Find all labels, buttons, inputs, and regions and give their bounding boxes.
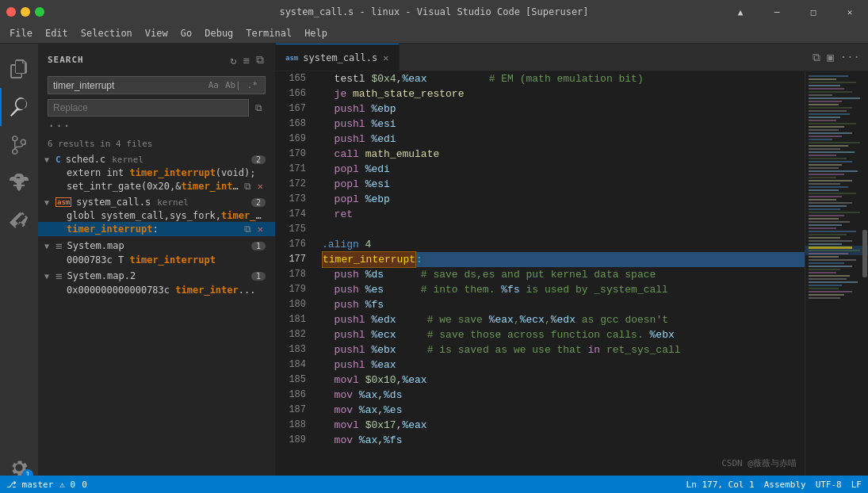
minimize-button[interactable]: ─ [759,0,795,24]
file-group-systemmap2: ▼ ≡ System.map.2 1 0x000000000000783c ti… [38,268,275,296]
svg-rect-61 [809,262,844,264]
replace-input-wrap[interactable] [48,99,249,117]
tab-close-button[interactable]: ✕ [382,52,389,64]
activity-extensions[interactable] [0,202,38,240]
activity-explorer[interactable] [0,50,38,88]
encoding[interactable]: UTF-8 [816,480,842,490]
search-input[interactable] [53,80,206,91]
menu-help[interactable]: Help [298,24,334,44]
menubar: File Edit Selection View Go Debug Termin… [0,24,868,44]
replace-match-icon[interactable]: ⧉ [242,180,254,193]
file-header-systemcalls[interactable]: ▼ asm system_call.s kernel 2 [38,195,275,209]
max-traffic[interactable] [35,7,44,17]
svg-rect-71 [809,294,844,296]
close-traffic[interactable] [6,7,16,17]
file-header-systemmap[interactable]: ▼ ≡ System.map 1 [38,238,275,254]
match-text: globl system_call,sys_fork,timer_interru… [67,210,266,221]
match-item[interactable]: 0x000000000000783c timer_inter... [38,284,275,296]
toggle-sidebar-button[interactable]: ▣ [825,49,835,65]
match-case-button[interactable]: Aa [206,79,221,91]
svg-rect-33 [809,174,844,175]
more-actions-button[interactable]: ··· [839,49,862,65]
error-count[interactable]: ⚠ 0 [59,480,75,490]
file-header-systemmap2[interactable]: ▼ ≡ System.map.2 1 [38,268,275,284]
sidebar-header: SEARCH ↻ ≡ ⧉ [38,44,275,73]
svg-rect-70 [809,291,852,292]
language-mode[interactable]: Assembly [764,480,806,490]
menu-edit[interactable]: Edit [39,24,75,44]
menu-file[interactable]: File [3,24,39,44]
menu-terminal[interactable]: Terminal [239,24,298,44]
more-options-button[interactable]: ··· [38,120,275,136]
match-item[interactable]: extern int timer_interrupt(void); [38,166,275,179]
split-editor-button[interactable]: ⧉ [811,49,822,66]
svg-rect-60 [809,259,856,261]
line-number: 185 [276,373,306,388]
dismiss-match-icon[interactable]: ✕ [255,223,266,235]
line-numbers: 165 166 167 168 169 170 171 172 173 174 … [276,71,315,493]
code-line: pushl %eax [322,357,805,373]
svg-rect-26 [809,151,855,153]
activity-search[interactable] [0,88,38,126]
code-line: mov %ax,%ds [322,388,805,403]
match-item[interactable]: set_intr_gate(0x20,&timer_interru... ⧉ ✕ [38,179,275,193]
svg-rect-48 [809,221,850,223]
git-branch[interactable]: ⎇ master [6,480,53,490]
match-item-active[interactable]: timer_interrupt: ⧉ ✕ [38,222,275,236]
replace-all-button[interactable]: ⧉ [252,101,266,115]
maximize-button[interactable]: □ [795,0,832,24]
restore-button[interactable]: ▲ [722,0,759,24]
menu-go[interactable]: Go [174,24,198,44]
code-line: pushl %ebx # is saved as we use that in … [322,342,805,357]
menu-view[interactable]: View [139,24,174,44]
match-count-badge: 1 [251,242,266,250]
dismiss-match-icon[interactable]: ✕ [255,180,266,193]
line-number: 175 [276,222,306,237]
match-actions: ⧉ ✕ [242,180,266,193]
activity-scm[interactable] [0,126,38,164]
activity-debug[interactable] [0,164,38,202]
line-number: 166 [276,86,306,101]
refresh-button[interactable]: ↻ [228,52,238,68]
min-traffic[interactable] [21,7,30,17]
active-tab[interactable]: asm system_call.s ✕ [276,44,400,71]
menu-selection[interactable]: Selection [75,24,139,44]
code-line [322,222,805,237]
svg-rect-56 [809,246,852,249]
svg-rect-65 [809,275,850,277]
line-ending[interactable]: LF [851,480,862,490]
clear-results-button[interactable]: ⧉ [254,52,266,68]
svg-rect-63 [809,269,840,270]
svg-rect-38 [809,189,839,191]
code-line: pushl %esi [322,117,805,132]
close-button[interactable]: ✕ [832,0,868,24]
search-input-wrap[interactable]: Aa Ab| .* [48,76,266,94]
svg-rect-52 [809,234,847,235]
svg-rect-16 [809,120,836,121]
cursor-position: Ln 177, Col 1 [686,480,755,490]
search-options: Aa Ab| .* [206,79,260,91]
chevron-icon: ▼ [44,272,52,281]
code-line: .align 4 [322,237,805,252]
svg-rect-47 [809,218,839,220]
svg-rect-24 [809,145,848,147]
match-text: extern int timer_interrupt(void); [67,167,266,178]
match-item[interactable]: 0000783c T timer_interrupt [38,254,275,266]
replace-match-icon[interactable]: ⧉ [242,223,254,235]
results-count: 6 results in 4 files [38,136,275,152]
replace-input[interactable] [53,102,243,113]
match-text: 0x000000000000783c timer_inter... [67,285,266,296]
svg-rect-68 [809,285,842,286]
file-icon-map: ≡ [55,239,62,252]
code-line: pushl %edx # we save %eax,%ecx,%edx as g… [322,312,805,327]
file-header-schedc[interactable]: ▼ C sched.c kernel 2 [38,152,275,166]
code-content[interactable]: testl $0x4,%eax # EM (math emulation bit… [315,71,805,493]
line-number: 179 [276,282,306,297]
use-regex-button[interactable]: .* [245,79,260,91]
file-name: system_call.s [76,197,151,208]
match-item[interactable]: globl system_call,sys_fork,timer_interru… [38,209,275,222]
collapse-all-button[interactable]: ≡ [242,52,251,68]
menu-debug[interactable]: Debug [198,24,239,44]
editor-content[interactable]: 165 166 167 168 169 170 171 172 173 174 … [276,71,868,493]
match-word-button[interactable]: Ab| [223,79,243,91]
